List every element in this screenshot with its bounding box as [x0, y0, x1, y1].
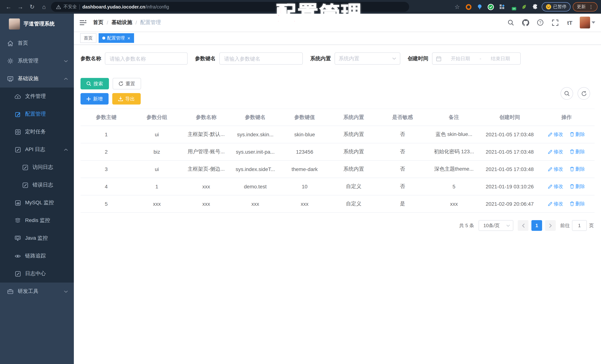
- current-page-button[interactable]: 1: [531, 220, 542, 231]
- reset-button[interactable]: 重置: [113, 78, 141, 89]
- sidebar-item-label: 访问日志: [32, 164, 68, 171]
- cell-type: 自定义: [329, 195, 378, 212]
- cell-name: 主框架页-侧边...: [182, 161, 230, 178]
- browser-back-button[interactable]: ←: [4, 2, 13, 12]
- sidebar-item-home[interactable]: 首页: [0, 34, 74, 52]
- page-url[interactable]: dashboard.yudao.iocoder.cn/infra/config: [82, 4, 169, 10]
- sidebar-item-log-center[interactable]: 日志中心: [0, 265, 74, 283]
- sidebar-item-label: 文件管理: [25, 93, 68, 100]
- builtin-type-select[interactable]: 系统内置: [335, 52, 400, 65]
- address-bar[interactable]: 不安全 dashboard.yudao.iocoder.cn/infra/con…: [51, 2, 409, 12]
- edit-row-button[interactable]: 修改: [548, 201, 563, 207]
- help-icon[interactable]: ?: [535, 18, 545, 27]
- pagination: 共 5 条 10条/页 1 前往 页: [80, 220, 595, 231]
- cell-group: ui: [132, 161, 182, 178]
- export-button[interactable]: 导出: [112, 93, 141, 104]
- refresh-table-button[interactable]: [578, 87, 590, 100]
- extension-leaf-icon[interactable]: [520, 2, 529, 11]
- screen: ← → ↻ ⌂ 不安全 dashboard.yudao.iocoder.cn/i…: [0, 0, 601, 364]
- sidebar-item-api-log[interactable]: API 日志: [0, 141, 74, 158]
- sidebar-item-system[interactable]: 系统管理: [0, 52, 74, 70]
- extensions-puzzle-icon[interactable]: [531, 2, 540, 11]
- svg-text:?: ?: [539, 20, 541, 25]
- next-page-button[interactable]: [545, 220, 556, 231]
- page-size-select[interactable]: 10条/页: [479, 220, 513, 231]
- sidebar-collapse-button[interactable]: [80, 20, 86, 25]
- edit-row-button[interactable]: 修改: [548, 166, 563, 173]
- sidebar-item-file-management[interactable]: 文件管理: [0, 88, 74, 105]
- trash-icon: [570, 132, 574, 137]
- sidebar-item-access-log[interactable]: 访问日志: [0, 158, 74, 176]
- extension-orange-ring-icon[interactable]: [464, 2, 473, 11]
- sidebar-item-config-management[interactable]: 配置管理: [0, 105, 74, 123]
- tag-config-management[interactable]: 配置管理 ×: [99, 33, 134, 43]
- sidebar-item-dev-tools[interactable]: 研发工具: [0, 283, 74, 300]
- delete-row-button[interactable]: 删除: [570, 166, 585, 172]
- breadcrumb-home[interactable]: 首页: [93, 19, 103, 26]
- cell-sensitive: 否: [378, 126, 427, 143]
- cell-group: biz: [132, 143, 182, 161]
- extension-grey-blue-icon[interactable]: [497, 2, 506, 11]
- sidebar-item-label: 错误日志: [32, 182, 68, 188]
- delete-row-button[interactable]: 删除: [570, 149, 585, 155]
- sidebar-item-error-log[interactable]: 错误日志: [0, 176, 74, 194]
- pencil-icon: [548, 184, 552, 189]
- goto-page-input[interactable]: [572, 220, 587, 231]
- param-key-input[interactable]: [219, 52, 303, 65]
- browser-menu-icon[interactable]: ⋮: [589, 4, 593, 10]
- fullscreen-icon[interactable]: [550, 18, 560, 27]
- monitor-icon: [15, 236, 21, 241]
- cell-name: 用户管理-账号...: [182, 143, 230, 161]
- prev-page-button[interactable]: [518, 220, 529, 231]
- font-size-icon[interactable]: tT: [565, 18, 575, 27]
- cell-type: 系统内置: [329, 126, 378, 143]
- edit-row-button[interactable]: 修改: [548, 183, 563, 190]
- add-button[interactable]: 新增: [80, 93, 109, 104]
- table-row: 3 ui 主框架页-侧边... sys.index.sideT... theme…: [80, 161, 595, 178]
- tag-close-icon[interactable]: ×: [127, 36, 130, 40]
- sidebar-item-redis-monitor[interactable]: Redis 监控: [0, 212, 74, 229]
- sidebar-item-scheduled-jobs[interactable]: 定时任务: [0, 123, 74, 141]
- sidebar-item-infra[interactable]: 基础设施: [0, 70, 74, 88]
- security-label[interactable]: 不安全: [63, 4, 77, 10]
- pencil-icon: [548, 167, 552, 172]
- browser-reload-button[interactable]: ↻: [27, 2, 37, 12]
- extension-green-check-icon[interactable]: [486, 2, 495, 11]
- table-row: 5 xxx xxx xxx xxx 自定义 是 xxx 2021-02-09 2…: [80, 195, 595, 212]
- search-button[interactable]: 搜索: [80, 78, 109, 89]
- cell-group: xxx: [132, 195, 182, 212]
- extension-on-badge-icon[interactable]: on: [509, 2, 517, 11]
- browser-update-button[interactable]: 更新 ⋮: [573, 2, 598, 11]
- log-icon: [15, 147, 21, 152]
- date-separator: -: [480, 56, 481, 61]
- delete-row-button[interactable]: 删除: [570, 183, 585, 190]
- cell-name: xxx: [182, 178, 230, 195]
- app-logo[interactable]: 芋道管理系统: [0, 14, 74, 34]
- sidebar-item-java-monitor[interactable]: Java 监控: [0, 229, 74, 247]
- create-time-range-picker[interactable]: 开始日期 - 结束日期: [432, 52, 521, 65]
- delete-row-button[interactable]: 删除: [570, 131, 585, 138]
- tag-home[interactable]: 首页: [80, 33, 96, 43]
- browser-forward-button[interactable]: →: [16, 2, 25, 12]
- param-name-input[interactable]: [105, 52, 188, 65]
- cell-remark: 深色主题theme...: [427, 161, 481, 178]
- pencil-icon: [548, 132, 552, 137]
- search-icon[interactable]: [506, 18, 516, 27]
- delete-row-button[interactable]: 删除: [570, 201, 585, 207]
- on-badge-text: on: [512, 7, 515, 10]
- profile-paused-chip[interactable]: 已暂停: [542, 2, 571, 11]
- breadcrumb-infra[interactable]: 基础设施: [111, 19, 132, 26]
- sidebar-item-tracing[interactable]: 链路追踪: [0, 247, 74, 265]
- edit-row-button[interactable]: 修改: [548, 149, 563, 155]
- gear-icon: [7, 58, 13, 64]
- user-menu[interactable]: [580, 17, 595, 29]
- extension-pin-icon[interactable]: [475, 2, 484, 11]
- edit-row-button[interactable]: 修改: [548, 131, 563, 138]
- sidebar-item-mysql-monitor[interactable]: MySQL 监控: [0, 194, 74, 212]
- eye-icon: [15, 254, 21, 258]
- toggle-search-button[interactable]: [561, 87, 573, 100]
- browser-home-button[interactable]: ⌂: [39, 2, 49, 12]
- cell-id: 5: [80, 195, 132, 212]
- github-icon[interactable]: [521, 18, 530, 27]
- bookmark-star-icon[interactable]: ☆: [452, 2, 462, 12]
